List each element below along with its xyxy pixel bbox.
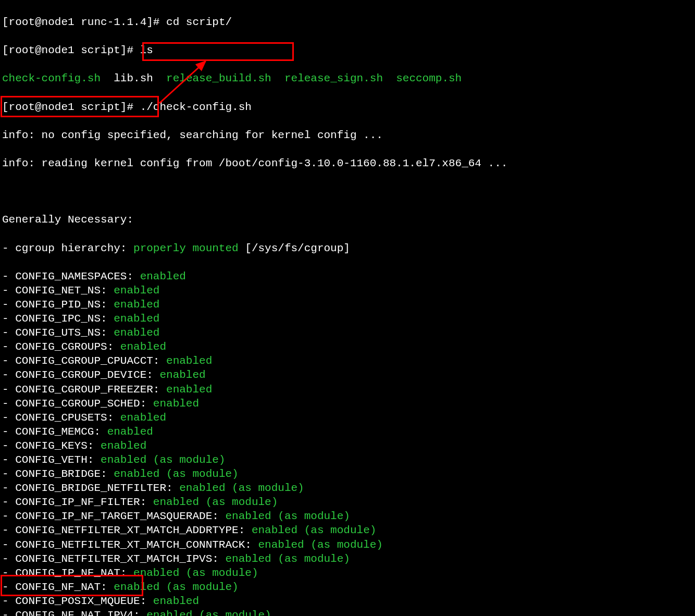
config-line: - CONFIG_BRIDGE: enabled (as module)	[2, 467, 693, 481]
command: ls	[140, 44, 153, 56]
config-label: - CONFIG_CGROUP_CPUACCT:	[2, 355, 166, 367]
blank-line	[2, 184, 693, 199]
file-name: lib.sh	[114, 72, 153, 84]
config-label: - CONFIG_MEMCG:	[2, 426, 107, 438]
file-name: seccomp.sh	[396, 72, 462, 84]
config-suffix: [/sys/fs/cgroup]	[239, 242, 350, 254]
info-line: info: no config specified, searching for…	[2, 128, 693, 142]
config-label: - CONFIG_NETFILTER_XT_MATCH_ADDRTYPE:	[2, 524, 252, 536]
config-status: enabled (as module)	[225, 510, 350, 522]
config-status: enabled	[107, 426, 153, 438]
config-line: - CONFIG_NETFILTER_XT_MATCH_IPVS: enable…	[2, 552, 693, 566]
config-status: enabled (as module)	[114, 468, 238, 480]
info-line: info: reading kernel config from /boot/c…	[2, 156, 693, 170]
config-label: - CONFIG_IP_NF_FILTER:	[2, 496, 153, 508]
config-label: - CONFIG_NF_NAT_IPV4:	[2, 609, 146, 616]
config-label: - CONFIG_NET_NS:	[2, 285, 114, 297]
config-label: - CONFIG_VETH:	[2, 454, 101, 466]
config-line: - CONFIG_NAMESPACES: enabled	[2, 269, 693, 284]
config-line: - CONFIG_CGROUP_DEVICE: enabled	[2, 368, 693, 382]
config-status: enabled	[159, 369, 205, 381]
config-label: - CONFIG_NETFILTER_XT_MATCH_CONNTRACK:	[2, 539, 258, 551]
file-name: release_sign.sh	[284, 72, 383, 84]
section-header-generally-necessary: Generally Necessary:	[2, 213, 693, 227]
config-line: - CONFIG_CPUSETS: enabled	[2, 411, 693, 425]
config-status: enabled	[114, 299, 159, 311]
config-line: - CONFIG_IPC_NS: enabled	[2, 312, 693, 326]
config-line: - CONFIG_IP_NF_NAT: enabled (as module)	[2, 566, 693, 580]
config-label: - CONFIG_BRIDGE_NETFILTER:	[2, 482, 179, 494]
config-status: enabled (as module)	[258, 539, 382, 551]
config-label: - CONFIG_CGROUP_FREEZER:	[2, 384, 166, 396]
config-label: - CONFIG_NETFILTER_XT_MATCH_IPVS:	[2, 553, 225, 565]
file-name: release_build.sh	[166, 72, 271, 84]
prompt: [root@node1 runc-1.1.4]#	[2, 16, 166, 28]
config-status: enabled	[166, 355, 212, 367]
config-status: enabled	[153, 398, 199, 410]
config-line: - CONFIG_IP_NF_TARGET_MASQUERADE: enable…	[2, 509, 693, 523]
command-line-3: [root@node1 script]# ./check-config.sh	[2, 100, 693, 114]
command: cd script/	[166, 16, 232, 28]
config-line: - CONFIG_PID_NS: enabled	[2, 298, 693, 312]
config-status: enabled (as module)	[153, 496, 278, 508]
config-label: - CONFIG_CGROUPS:	[2, 341, 120, 353]
config-line: - CONFIG_CGROUP_CPUACCT: enabled	[2, 354, 693, 368]
config-status: enabled	[120, 341, 166, 353]
config-status: enabled (as module)	[179, 482, 304, 494]
command-line-2: [root@node1 script]# ls	[2, 43, 693, 57]
config-label: - cgroup hierarchy:	[2, 242, 133, 254]
config-line: - CONFIG_IP_NF_FILTER: enabled (as modul…	[2, 495, 693, 509]
config-status: enabled (as module)	[114, 581, 238, 593]
config-status: enabled	[101, 440, 146, 452]
config-label: - CONFIG_NF_NAT:	[2, 581, 114, 593]
config-line: - CONFIG_NETFILTER_XT_MATCH_CONNTRACK: e…	[2, 538, 693, 552]
config-label: - CONFIG_UTS_NS:	[2, 327, 114, 339]
config-line: - CONFIG_CGROUP_SCHED: enabled	[2, 397, 693, 411]
config-label: - CONFIG_IPC_NS:	[2, 313, 114, 325]
file-name: check-config.sh	[2, 72, 101, 84]
config-label: - CONFIG_IP_NF_TARGET_MASQUERADE:	[2, 510, 225, 522]
config-line: - CONFIG_BRIDGE_NETFILTER: enabled (as m…	[2, 481, 693, 495]
config-status: enabled	[140, 270, 186, 282]
necessary-config-list: - CONFIG_NAMESPACES: enabled- CONFIG_NET…	[2, 269, 693, 616]
config-label: - CONFIG_CGROUP_DEVICE:	[2, 369, 159, 381]
config-line: - CONFIG_MEMCG: enabled	[2, 425, 693, 439]
config-status: enabled	[153, 595, 199, 607]
config-label: - CONFIG_BRIDGE:	[2, 468, 114, 480]
config-label: - CONFIG_PID_NS:	[2, 299, 114, 311]
config-line: - CONFIG_UTS_NS: enabled	[2, 326, 693, 340]
config-label: - CONFIG_POSIX_MQUEUE:	[2, 595, 153, 607]
config-status: enabled	[114, 327, 159, 339]
config-line: - CONFIG_NET_NS: enabled	[2, 284, 693, 298]
config-line: - CONFIG_NETFILTER_XT_MATCH_ADDRTYPE: en…	[2, 523, 693, 537]
config-status: enabled	[114, 313, 159, 325]
config-status: enabled (as module)	[252, 524, 376, 536]
prompt: [root@node1 script]#	[2, 44, 140, 56]
config-line: - CONFIG_CGROUPS: enabled	[2, 340, 693, 354]
config-label: - CONFIG_CGROUP_SCHED:	[2, 398, 153, 410]
command-line-1: [root@node1 runc-1.1.4]# cd script/	[2, 15, 693, 29]
terminal-output[interactable]: [root@node1 runc-1.1.4]# cd script/ [roo…	[0, 0, 695, 616]
config-status: enabled	[166, 384, 212, 396]
config-status: enabled (as module)	[146, 609, 271, 616]
config-line: - CONFIG_CGROUP_FREEZER: enabled	[2, 383, 693, 397]
config-label: - CONFIG_NAMESPACES:	[2, 270, 140, 282]
config-status: enabled	[120, 412, 166, 424]
config-status: enabled (as module)	[225, 553, 350, 565]
config-status: properly mounted	[133, 242, 239, 254]
config-label: - CONFIG_CPUSETS:	[2, 412, 120, 424]
command: ./check-config.sh	[140, 101, 252, 113]
config-status: enabled (as module)	[101, 454, 225, 466]
config-line: - CONFIG_VETH: enabled (as module)	[2, 453, 693, 467]
config-label: - CONFIG_KEYS:	[2, 440, 101, 452]
config-line: - CONFIG_NF_NAT_IPV4: enabled (as module…	[2, 608, 693, 616]
config-status: enabled	[114, 285, 159, 297]
config-line: - CONFIG_NF_NAT: enabled (as module)	[2, 580, 693, 594]
prompt: [root@node1 script]#	[2, 101, 140, 113]
config-line: - CONFIG_POSIX_MQUEUE: enabled	[2, 594, 693, 608]
config-status: enabled (as module)	[133, 567, 258, 579]
config-line: - CONFIG_KEYS: enabled	[2, 439, 693, 453]
config-label: - CONFIG_IP_NF_NAT:	[2, 567, 133, 579]
config-line-cgroup: - cgroup hierarchy: properly mounted [/s…	[2, 241, 693, 255]
ls-output-line: check-config.sh lib.sh release_build.sh …	[2, 71, 693, 85]
